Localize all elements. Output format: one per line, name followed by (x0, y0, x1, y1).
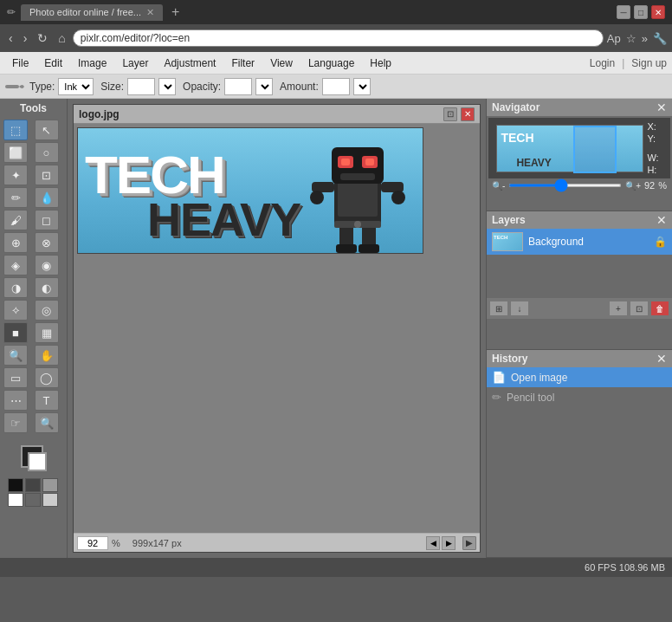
tools-panel: Tools ⬚ ↖ ⬜ ○ ✦ ⊡ ✏ 💧 🖌 ◻ ⊕ ⊗ ◈ ◉ ◑ ◐ (0, 99, 68, 558)
svg-rect-7 (365, 159, 374, 165)
swatch-black[interactable] (8, 478, 23, 492)
signup-link[interactable]: Sign up (631, 57, 667, 69)
move-tool[interactable]: ↖ (35, 120, 59, 140)
zoom-in-icon[interactable]: 🔍+ (625, 181, 641, 191)
gradient-tool[interactable]: ▦ (35, 322, 59, 343)
pan-tool[interactable]: ☞ (3, 412, 28, 433)
hand-tool[interactable]: ✋ (35, 345, 59, 366)
address-bar[interactable]: pixlr.com/editor/?loc=en (73, 29, 604, 47)
dodge-tool[interactable]: ◑ (3, 277, 28, 298)
rect-shape-tool[interactable]: ▭ (3, 367, 28, 388)
layer-duplicate-button[interactable]: ⊡ (630, 301, 649, 316)
browser-tab[interactable]: Photo editor online / free... ✕ (21, 4, 163, 21)
layer-down-button[interactable]: ↓ (510, 301, 529, 316)
maximize-button[interactable]: □ (634, 5, 648, 19)
canvas-zoom-input[interactable] (77, 536, 108, 550)
canvas-maximize-button[interactable]: ⊡ (443, 107, 457, 121)
type-tool[interactable]: T (35, 390, 59, 411)
menu-layer[interactable]: Layer (115, 55, 155, 71)
tab-close-icon[interactable]: ✕ (146, 7, 154, 18)
opacity-dropdown[interactable]: ▼ (255, 78, 273, 95)
login-link[interactable]: Login (590, 57, 615, 69)
menu-filter[interactable]: Filter (224, 55, 262, 71)
pencil-tool[interactable]: ✏ (3, 187, 28, 208)
navigator-close-button[interactable]: ✕ (656, 101, 667, 113)
background-color[interactable] (28, 452, 47, 471)
history-item-1[interactable]: ✏ Pencil tool (487, 387, 672, 407)
swatch-lgray[interactable] (42, 493, 58, 507)
bookmark-icon[interactable]: Ap (607, 32, 621, 45)
menu-image[interactable]: Image (71, 55, 113, 71)
menu-help[interactable]: Help (363, 55, 398, 71)
eraser-tool[interactable]: ◻ (35, 210, 59, 230)
size-dropdown[interactable]: ▼ (158, 78, 176, 95)
canvas-close-button[interactable]: ✕ (461, 107, 475, 121)
type-select[interactable]: Ink (58, 78, 94, 95)
close-button[interactable]: ✕ (651, 5, 665, 19)
menu-edit[interactable]: Edit (37, 55, 69, 71)
sharpen-tool[interactable]: ◈ (3, 255, 28, 275)
zoom-slider[interactable] (508, 184, 622, 187)
swatch-gray[interactable] (42, 478, 58, 492)
home-button[interactable]: ⌂ (55, 29, 68, 47)
swatch-dark[interactable] (25, 478, 41, 492)
canvas-expand-button[interactable]: ▶ (462, 536, 476, 550)
zoom-tool[interactable]: 🔍 (3, 345, 28, 366)
burn-tool[interactable]: ◐ (35, 277, 59, 298)
scroll-left-button[interactable]: ◀ (426, 536, 440, 550)
smudge-tool[interactable]: ⟡ (3, 300, 28, 321)
eyedropper-tool[interactable]: 💧 (35, 187, 59, 208)
opacity-input[interactable]: 100 (224, 78, 252, 95)
new-tab-button[interactable]: + (168, 4, 183, 20)
selection-tool[interactable]: ⬚ (3, 120, 28, 140)
tool-options-bar: Type: Ink Size: 2 ▼ Opacity: 100 ▼ Amoun… (0, 75, 672, 99)
amount-input[interactable]: 50 (322, 78, 350, 95)
minimize-button[interactable]: ─ (617, 5, 630, 19)
lasso-tool[interactable]: ○ (35, 142, 59, 163)
redeye-tool[interactable]: ◎ (35, 300, 59, 321)
refresh-button[interactable]: ↻ (34, 29, 51, 47)
crop-tool[interactable]: ⊡ (35, 165, 59, 185)
layer-delete-button[interactable]: 🗑 (650, 301, 669, 316)
wand-tool[interactable]: ✦ (3, 165, 28, 185)
swatch-white[interactable] (8, 493, 23, 507)
navigator-panel-header: Navigator ✕ (487, 99, 672, 116)
more-tool[interactable]: ⋯ (3, 390, 28, 411)
nav-h-label: H: (647, 165, 656, 175)
layer-blend-button[interactable]: ⊞ (489, 301, 508, 316)
size-input[interactable]: 2 (127, 78, 155, 95)
layer-new-button[interactable]: + (609, 301, 628, 316)
swatch-dgray[interactable] (25, 493, 41, 507)
settings-icon[interactable]: 🔧 (653, 32, 667, 45)
tab-title: Photo editor online / free... (29, 7, 141, 17)
menu-language[interactable]: Language (301, 55, 361, 71)
back-button[interactable]: ‹ (5, 29, 16, 47)
status-bar: 60 FPS 108.96 MB (0, 558, 672, 577)
history-close-button[interactable]: ✕ (656, 353, 667, 365)
paint-bucket-tool[interactable]: ■ (3, 322, 28, 343)
svg-rect-15 (336, 244, 357, 253)
layers-title: Layers (492, 214, 526, 226)
canvas-statusbar: % 999x147 px ◀ ▶ ▶ (74, 533, 480, 552)
more-icon[interactable]: » (642, 32, 648, 45)
blur-tool[interactable]: ◉ (35, 255, 59, 275)
ellipse-shape-tool[interactable]: ◯ (35, 367, 59, 388)
amount-dropdown[interactable]: ▼ (353, 78, 371, 95)
brush-tool[interactable]: 🖌 (3, 210, 28, 230)
history-label-1: Pencil tool (507, 392, 554, 404)
scroll-right-button[interactable]: ▶ (442, 536, 456, 550)
layer-item-background[interactable]: TECH Background 🔒 (487, 229, 672, 255)
menu-adjustment[interactable]: Adjustment (157, 55, 223, 71)
star-icon[interactable]: ☆ (626, 32, 636, 45)
zoom-out-icon[interactable]: 🔍- (492, 181, 505, 191)
layers-close-button[interactable]: ✕ (656, 214, 667, 226)
menu-file[interactable]: File (5, 55, 36, 71)
menu-view[interactable]: View (263, 55, 300, 71)
marquee-tool[interactable]: ⬜ (3, 142, 28, 163)
heal-tool[interactable]: ⊗ (35, 232, 59, 253)
zoom2-tool[interactable]: 🔍 (35, 412, 59, 433)
clone-tool[interactable]: ⊕ (3, 232, 28, 253)
history-item-0[interactable]: 📄 Open image (487, 367, 672, 387)
forward-button[interactable]: › (20, 29, 31, 47)
canvas-content[interactable]: TECH HEAVY (74, 124, 480, 533)
